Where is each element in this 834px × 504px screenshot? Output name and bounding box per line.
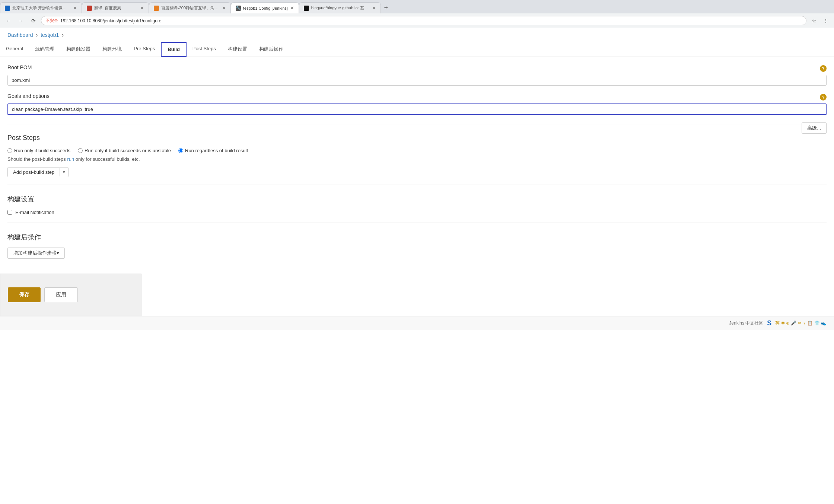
add-post-build-step-arrow[interactable]: ▾: [60, 168, 68, 176]
build-settings-title: 构建设置: [7, 191, 827, 204]
tab-4-favicon: 🔧: [236, 6, 241, 11]
browser-chrome: 北京理工大学 开源软件镜像服务 ✕ 翻译_百度搜索 ✕ 百度翻译-200种语言互…: [0, 0, 834, 28]
post-steps-section: Post Steps Run only if build succeeds Ru…: [7, 130, 827, 177]
settings-icon[interactable]: ⋮: [821, 16, 831, 26]
job-link[interactable]: testjob1: [41, 32, 59, 38]
post-steps-link[interactable]: run: [67, 156, 74, 162]
email-notification-group: E-mail Notification: [7, 210, 827, 215]
goals-options-group: Goals and options ?: [7, 93, 827, 115]
address-bar[interactable]: 不安全 192.168.100.10:8080/jenkins/job/test…: [41, 16, 806, 25]
radio-run-success-unstable-input[interactable]: [78, 148, 83, 153]
radio-run-success-input[interactable]: [7, 148, 12, 153]
tab-triggers[interactable]: 构建触发器: [60, 42, 96, 57]
jenkins-footer: Jenkins 中文社区 S 英 ✱ ⊕ 🎤 ✏ ♀ 📋 👕 👟: [0, 316, 834, 330]
radio-run-regardless[interactable]: Run regardless of build result: [178, 148, 248, 153]
breadcrumb-sep-1: ›: [36, 32, 38, 38]
bookmark-icon[interactable]: ☆: [809, 16, 819, 26]
save-button[interactable]: 保存: [8, 287, 41, 302]
breadcrumb: Dashboard › testjob1 ›: [0, 28, 834, 42]
tab-post-steps[interactable]: Post Steps: [187, 42, 222, 57]
post-steps-title: Post Steps: [7, 130, 827, 142]
email-notification-label: E-mail Notification: [15, 210, 54, 215]
radio-run-success-label: Run only if build succeeds: [14, 148, 70, 153]
post-steps-radio-group: Run only if build succeeds Run only if b…: [7, 148, 827, 153]
radio-run-regardless-input[interactable]: [178, 148, 183, 153]
tab-4[interactable]: 🔧 testjob1 Config [Jenkins] ✕: [231, 2, 299, 13]
jenkins-page: Dashboard › testjob1 › General 源码管理 构建触发…: [0, 28, 834, 504]
tab-3[interactable]: 百度翻译-200种语言互译、沟通... ✕: [149, 2, 231, 13]
radio-run-success[interactable]: Run only if build succeeds: [7, 148, 70, 153]
tab-5-title: bingyue/bingyue.github.io: 基于...: [311, 5, 370, 11]
tab-4-title: testjob1 Config [Jenkins]: [243, 6, 288, 10]
root-pom-group: Root POM ?: [7, 64, 827, 86]
footer-icons: 英 ✱ ⊕ 🎤 ✏ ♀ 📋 👕 👟: [775, 320, 827, 326]
tab-5-favicon: [304, 6, 309, 11]
config-tab-bar: General 源码管理 构建触发器 构建环境 Pre Steps Build …: [0, 42, 834, 57]
tab-4-close[interactable]: ✕: [290, 5, 294, 11]
tab-2-favicon: [87, 6, 92, 11]
tab-env[interactable]: 构建环境: [96, 42, 128, 57]
new-tab-button[interactable]: +: [381, 3, 391, 13]
forward-button[interactable]: →: [16, 16, 26, 26]
tab-pre-steps[interactable]: Pre Steps: [128, 42, 161, 57]
tab-1-close[interactable]: ✕: [73, 5, 77, 11]
add-post-build-step-main[interactable]: Add post-build step: [8, 168, 60, 177]
post-build-title: 构建后操作: [7, 229, 827, 242]
security-warning: 不安全: [46, 18, 58, 23]
radio-run-success-unstable-label: Run only if build succeeds or is unstabl…: [85, 148, 171, 153]
post-build-section: 构建后操作 增加构建后操作步骤▾: [7, 229, 827, 259]
tab-build-settings[interactable]: 构建设置: [222, 42, 253, 57]
apply-button[interactable]: 应用: [44, 287, 78, 302]
tab-2[interactable]: 翻译_百度搜索 ✕: [82, 2, 149, 13]
build-settings-section: 构建设置 E-mail Notification: [7, 191, 827, 215]
url-text: 192.168.100.10:8080/jenkins/job/testjob1…: [60, 18, 162, 23]
divider-3: [7, 223, 827, 223]
tab-bar: 北京理工大学 开源软件镜像服务 ✕ 翻译_百度搜索 ✕ 百度翻译-200种语言互…: [0, 0, 834, 13]
root-pom-label: Root POM: [7, 64, 32, 70]
goals-options-help-icon[interactable]: ?: [820, 94, 827, 101]
dashboard-link[interactable]: Dashboard: [7, 32, 33, 38]
radio-run-regardless-label: Run regardless of build result: [185, 148, 248, 153]
tab-general[interactable]: General: [0, 42, 29, 57]
browser-controls: ← → ⟳ 不安全 192.168.100.10:8080/jenkins/jo…: [0, 13, 834, 28]
goals-options-input[interactable]: [7, 103, 827, 115]
reload-button[interactable]: ⟳: [28, 16, 39, 26]
footer-text: Jenkins 中文社区: [729, 320, 763, 326]
tab-5[interactable]: bingyue/bingyue.github.io: 基于... ✕: [299, 2, 381, 13]
radio-run-success-unstable[interactable]: Run only if build succeeds or is unstabl…: [78, 148, 171, 153]
tab-5-close[interactable]: ✕: [372, 5, 376, 11]
tab-1[interactable]: 北京理工大学 开源软件镜像服务 ✕: [0, 2, 82, 13]
post-steps-description: Should the post-build steps run only for…: [7, 156, 827, 162]
breadcrumb-sep-2: ›: [62, 32, 64, 38]
tab-2-close[interactable]: ✕: [140, 5, 144, 11]
footer-logo: S: [767, 319, 771, 327]
form-content: Root POM ? Goals and options ? 高级... Pos…: [0, 57, 834, 274]
add-post-build-step-btn[interactable]: Add post-build step ▾: [7, 167, 69, 177]
tab-3-title: 百度翻译-200种语言互译、沟通...: [161, 5, 220, 11]
root-pom-input[interactable]: [7, 75, 827, 86]
divider-1: [7, 124, 802, 124]
back-button[interactable]: ←: [3, 16, 13, 26]
advanced-button[interactable]: 高级...: [802, 122, 827, 134]
add-post-build-action-main[interactable]: 增加构建后操作步骤▾: [8, 248, 64, 258]
tab-post-build[interactable]: 构建后操作: [253, 42, 289, 57]
tab-source[interactable]: 源码管理: [29, 42, 60, 57]
bottom-button-area: 保存 应用: [0, 274, 141, 316]
bottom-buttons: 保存 应用: [8, 280, 134, 310]
browser-actions: ☆ ⋮: [809, 16, 831, 26]
root-pom-help-icon[interactable]: ?: [820, 65, 827, 72]
tab-3-close[interactable]: ✕: [222, 5, 226, 11]
divider-2: [7, 185, 827, 185]
tab-1-title: 北京理工大学 开源软件镜像服务: [12, 5, 71, 11]
tab-3-favicon: [154, 6, 159, 11]
tab-2-title: 翻译_百度搜索: [94, 5, 138, 11]
goals-options-label: Goals and options: [7, 93, 50, 99]
tab-1-favicon: [5, 6, 10, 11]
tab-build[interactable]: Build: [161, 42, 187, 57]
add-post-build-action-btn[interactable]: 增加构建后操作步骤▾: [7, 248, 65, 259]
email-notification-checkbox[interactable]: [7, 210, 12, 215]
